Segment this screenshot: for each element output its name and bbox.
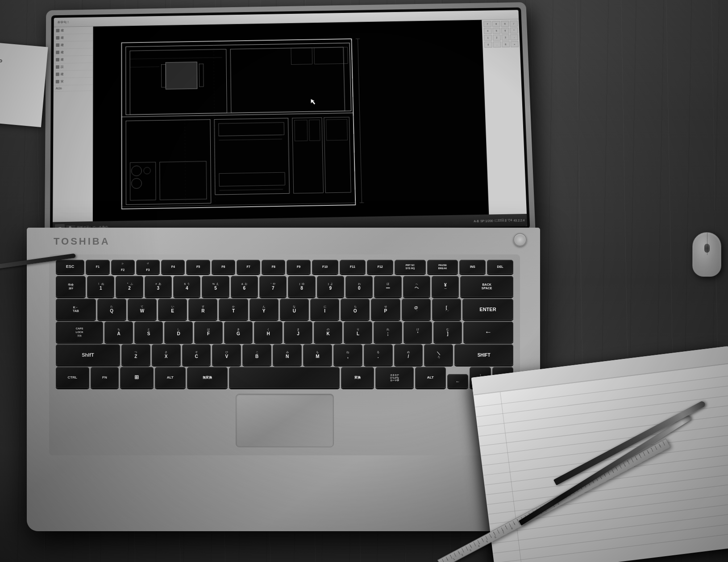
key-arrow-left[interactable]: ← bbox=[447, 374, 468, 388]
key-q[interactable]: た Q bbox=[97, 299, 126, 320]
sidebar-item[interactable]: 建 bbox=[54, 48, 92, 56]
key-6[interactable]: &お 6 bbox=[231, 276, 258, 297]
touchpad[interactable] bbox=[236, 394, 334, 447]
numpad-key[interactable]: / bbox=[510, 21, 518, 27]
numpad-key[interactable]: 0 bbox=[484, 42, 492, 48]
key-windows[interactable]: ⊞ bbox=[120, 367, 154, 388]
key-alt-left[interactable]: ALT bbox=[155, 367, 186, 388]
key-at[interactable]: @ ゛ bbox=[402, 299, 431, 320]
key-2[interactable]: ＂ふ 2 bbox=[116, 276, 143, 297]
key-backslash[interactable]: ＼ ろ bbox=[424, 344, 453, 366]
key-o[interactable]: ら O bbox=[341, 299, 370, 320]
key-fn[interactable]: FN bbox=[91, 367, 119, 388]
key-j[interactable]: ま J bbox=[284, 321, 312, 343]
cad-canvas[interactable] bbox=[93, 20, 489, 221]
key-4[interactable]: $う 4 bbox=[173, 276, 200, 297]
key-8[interactable]: (ゆ 8 bbox=[288, 276, 315, 297]
key-c[interactable]: そ C bbox=[182, 344, 211, 366]
key-7[interactable]: 'や 7 bbox=[259, 276, 287, 297]
key-p[interactable]: せ P bbox=[371, 299, 400, 320]
numpad-key[interactable]: E bbox=[502, 41, 510, 47]
key-f4[interactable]: F4 bbox=[161, 260, 185, 274]
numpad-key[interactable]: 1 bbox=[484, 35, 492, 41]
key-0[interactable]: わ 0 bbox=[345, 276, 373, 297]
key-enter-arrow[interactable]: ← bbox=[463, 321, 513, 343]
key-pause[interactable]: PAUSEBREAK bbox=[427, 260, 458, 274]
power-button[interactable] bbox=[513, 233, 527, 246]
key-n[interactable]: み N bbox=[273, 344, 302, 366]
key-5[interactable]: %え 5 bbox=[202, 276, 229, 297]
key-a[interactable]: ち A bbox=[104, 321, 133, 343]
key-s[interactable]: と S bbox=[134, 321, 163, 343]
numpad-key[interactable]: - bbox=[510, 34, 518, 41]
sidebar-item[interactable]: 設 bbox=[54, 63, 93, 71]
key-katakana[interactable]: カタカナひらがなローマ字 bbox=[375, 367, 413, 388]
numpad-key[interactable]: 5 bbox=[492, 28, 500, 34]
key-yen[interactable]: ¥ ー bbox=[432, 276, 459, 297]
key-w[interactable]: て W bbox=[128, 299, 157, 320]
key-f8[interactable]: F8 bbox=[262, 260, 285, 274]
sidebar-item[interactable]: AtJo bbox=[54, 85, 93, 92]
key-esc[interactable]: ESC bbox=[56, 260, 84, 274]
key-space[interactable] bbox=[229, 367, 340, 388]
numpad-key[interactable]: 3 bbox=[501, 34, 509, 41]
sidebar-item[interactable]: 建 bbox=[54, 41, 92, 49]
numpad-key[interactable]: . bbox=[493, 42, 501, 48]
numpad-key[interactable]: 9 bbox=[501, 21, 509, 27]
key-b[interactable]: こ B bbox=[242, 344, 271, 366]
key-hankaku[interactable]: 半/全漢字 bbox=[56, 276, 86, 297]
key-f11[interactable]: F11 bbox=[340, 260, 366, 274]
sidebar-item[interactable]: 建 bbox=[54, 27, 93, 35]
sidebar-item[interactable]: 実 bbox=[54, 78, 93, 86]
numpad-key[interactable]: 7 bbox=[483, 21, 491, 27]
key-k[interactable]: の K bbox=[314, 321, 342, 343]
key-1[interactable]: ！ぬ 1 bbox=[87, 276, 114, 297]
sidebar-item[interactable]: 建 bbox=[54, 56, 93, 64]
key-t[interactable]: か T bbox=[219, 299, 248, 320]
numpad-key[interactable]: 8 bbox=[492, 21, 500, 27]
key-capslock[interactable]: CAPSLOCK英数 bbox=[56, 321, 103, 343]
key-shift-right[interactable]: SHIFT bbox=[454, 344, 513, 366]
key-f3[interactable]: ↺F3 bbox=[136, 260, 160, 274]
key-f9[interactable]: F9 bbox=[287, 260, 310, 274]
key-g[interactable]: き G bbox=[224, 321, 253, 343]
sidebar-item[interactable]: 建 bbox=[54, 70, 93, 78]
key-l[interactable]: り L bbox=[344, 321, 372, 343]
key-e[interactable]: い E bbox=[158, 299, 187, 320]
key-bracket-l[interactable]: [ ゜「 bbox=[432, 299, 461, 320]
numpad-key[interactable]: 6 bbox=[501, 28, 509, 34]
key-minus[interactable]: ほ ー bbox=[374, 276, 401, 297]
key-prtsc[interactable]: PRT SCSYS RQ bbox=[395, 260, 426, 274]
key-d[interactable]: し D bbox=[164, 321, 193, 343]
key-f2[interactable]: ▷F2 bbox=[111, 260, 135, 274]
key-semicolon[interactable]: れ ; bbox=[374, 321, 402, 343]
key-enter[interactable]: ENTER bbox=[462, 299, 513, 320]
key-period[interactable]: る . bbox=[364, 344, 393, 366]
key-colon[interactable]: け ' bbox=[404, 321, 432, 343]
key-3[interactable]: #あ 3 bbox=[145, 276, 172, 297]
key-f10[interactable]: F10 bbox=[312, 260, 338, 274]
key-h[interactable]: く H bbox=[254, 321, 283, 343]
key-v[interactable]: ひ V bbox=[212, 344, 241, 366]
key-r[interactable]: す R bbox=[188, 299, 217, 320]
key-f6[interactable]: F6 bbox=[212, 260, 235, 274]
key-shift-left[interactable]: ShIfT bbox=[56, 344, 120, 366]
mouse[interactable] bbox=[692, 232, 721, 277]
numpad-key[interactable]: 4 bbox=[484, 28, 492, 34]
key-u[interactable]: な U bbox=[280, 299, 309, 320]
key-z[interactable]: つ Z bbox=[121, 344, 150, 366]
key-f5[interactable]: F5 bbox=[186, 260, 210, 274]
key-f7[interactable]: F7 bbox=[237, 260, 260, 274]
key-9[interactable]: )よ 9 bbox=[317, 276, 344, 297]
key-slash[interactable]: め / bbox=[394, 344, 423, 366]
sidebar-item[interactable]: 建 bbox=[54, 34, 92, 42]
numpad-key[interactable]: * bbox=[510, 27, 518, 33]
key-comma[interactable]: ね , bbox=[333, 344, 362, 366]
numpad-key[interactable]: + bbox=[511, 41, 519, 47]
numpad-key[interactable]: 2 bbox=[493, 34, 501, 41]
key-backspace[interactable]: BACKSPACE bbox=[460, 276, 513, 297]
key-ins[interactable]: INS bbox=[459, 260, 486, 274]
key-alt-right[interactable]: ALT bbox=[415, 367, 446, 388]
key-tab[interactable]: K←TAB bbox=[56, 299, 96, 320]
key-m[interactable]: も M bbox=[303, 344, 332, 366]
